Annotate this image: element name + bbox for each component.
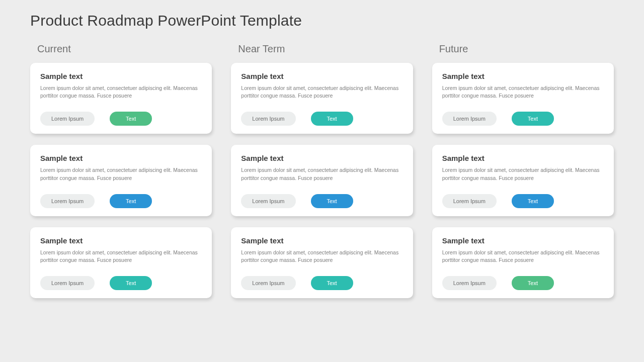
roadmap-column: CurrentSample textLorem ipsum dolor sit … (30, 43, 212, 309)
tag-pill[interactable]: Lorem Ipsum (241, 194, 295, 208)
card-title: Sample text (40, 72, 202, 80)
column-header: Future (439, 43, 614, 55)
card-body: Lorem ipsum dolor sit amet, consectetuer… (241, 166, 403, 182)
action-pill[interactable]: Text (512, 194, 554, 208)
roadmap-column: Near TermSample textLorem ipsum dolor si… (231, 43, 413, 309)
pill-row: Lorem IpsumText (241, 112, 403, 126)
card-title: Sample text (442, 236, 604, 245)
card-title: Sample text (241, 72, 403, 80)
action-pill[interactable]: Text (512, 112, 554, 126)
pill-row: Lorem IpsumText (442, 112, 604, 126)
card-body: Lorem ipsum dolor sit amet, consectetuer… (40, 166, 202, 182)
card-title: Sample text (241, 236, 403, 245)
tag-pill[interactable]: Lorem Ipsum (241, 276, 295, 290)
roadmap-column: FutureSample textLorem ipsum dolor sit a… (432, 43, 614, 309)
roadmap-card: Sample textLorem ipsum dolor sit amet, c… (30, 63, 212, 134)
card-body: Lorem ipsum dolor sit amet, consectetuer… (241, 249, 403, 264)
pill-row: Lorem IpsumText (40, 194, 202, 208)
pill-row: Lorem IpsumText (241, 276, 403, 290)
roadmap-card: Sample textLorem ipsum dolor sit amet, c… (231, 145, 413, 216)
action-pill[interactable]: Text (110, 112, 152, 126)
pill-row: Lorem IpsumText (442, 276, 604, 290)
action-pill[interactable]: Text (110, 276, 152, 290)
pill-row: Lorem IpsumText (442, 194, 604, 208)
card-title: Sample text (40, 236, 202, 245)
card-body: Lorem ipsum dolor sit amet, consectetuer… (442, 249, 604, 264)
roadmap-card: Sample textLorem ipsum dolor sit amet, c… (432, 227, 614, 298)
tag-pill[interactable]: Lorem Ipsum (442, 112, 497, 126)
card-title: Sample text (442, 72, 604, 80)
card-title: Sample text (241, 154, 403, 162)
page-title: Product Roadmap PowerPoint Template (30, 12, 614, 29)
tag-pill[interactable]: Lorem Ipsum (40, 112, 95, 126)
tag-pill[interactable]: Lorem Ipsum (40, 194, 95, 208)
card-title: Sample text (442, 154, 604, 162)
roadmap-card: Sample textLorem ipsum dolor sit amet, c… (30, 145, 212, 216)
roadmap-card: Sample textLorem ipsum dolor sit amet, c… (432, 63, 614, 134)
action-pill[interactable]: Text (311, 194, 353, 208)
pill-row: Lorem IpsumText (40, 276, 202, 290)
card-body: Lorem ipsum dolor sit amet, consectetuer… (40, 249, 202, 264)
roadmap-card: Sample textLorem ipsum dolor sit amet, c… (30, 227, 212, 298)
roadmap-card: Sample textLorem ipsum dolor sit amet, c… (231, 227, 413, 298)
tag-pill[interactable]: Lorem Ipsum (241, 112, 295, 126)
column-header: Near Term (238, 43, 413, 55)
column-header: Current (37, 43, 212, 55)
action-pill[interactable]: Text (512, 276, 554, 290)
tag-pill[interactable]: Lorem Ipsum (442, 194, 497, 208)
tag-pill[interactable]: Lorem Ipsum (40, 276, 95, 290)
roadmap-card: Sample textLorem ipsum dolor sit amet, c… (432, 145, 614, 216)
card-body: Lorem ipsum dolor sit amet, consectetuer… (241, 84, 403, 100)
action-pill[interactable]: Text (311, 112, 353, 126)
roadmap-columns: CurrentSample textLorem ipsum dolor sit … (30, 43, 614, 309)
action-pill[interactable]: Text (110, 194, 152, 208)
pill-row: Lorem IpsumText (241, 194, 403, 208)
roadmap-card: Sample textLorem ipsum dolor sit amet, c… (231, 63, 413, 134)
card-body: Lorem ipsum dolor sit amet, consectetuer… (442, 166, 604, 182)
card-title: Sample text (40, 154, 202, 162)
action-pill[interactable]: Text (311, 276, 353, 290)
tag-pill[interactable]: Lorem Ipsum (442, 276, 497, 290)
pill-row: Lorem IpsumText (40, 112, 202, 126)
card-body: Lorem ipsum dolor sit amet, consectetuer… (442, 84, 604, 100)
card-body: Lorem ipsum dolor sit amet, consectetuer… (40, 84, 202, 100)
